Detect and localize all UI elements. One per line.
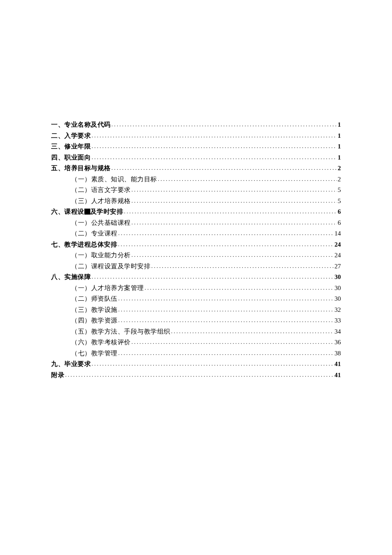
- toc-page-number: 1: [338, 119, 341, 131]
- toc-label: （一）人才培养方案管理: [71, 283, 144, 294]
- toc-page-number: 6: [338, 206, 341, 218]
- toc-leader-dots: ........................................…: [92, 359, 334, 369]
- toc-label: （一）素质、知识、能力目标: [71, 174, 157, 185]
- toc-entry: 七、教学进程总体安排..............................…: [51, 239, 341, 250]
- toc-label-text-pre: 六、课程设: [51, 208, 84, 215]
- toc-page-number: 24: [334, 250, 341, 261]
- toc-entry: （二）师资队伍.................................…: [51, 293, 341, 305]
- placeholder-square-icon: [84, 209, 90, 215]
- toc-leader-dots: ........................................…: [132, 337, 334, 347]
- toc-leader-dots: ........................................…: [132, 250, 334, 260]
- toc-page-number: 14: [334, 228, 341, 239]
- toc-leader-dots: ........................................…: [118, 305, 334, 314]
- toc-leader-dots: ........................................…: [118, 229, 334, 238]
- toc-page-number: 34: [334, 326, 341, 337]
- toc-label: （四）教学资源: [71, 315, 118, 326]
- toc-page-number: 2: [338, 174, 341, 185]
- toc-label: （二）语言文字要求: [71, 185, 131, 196]
- toc-leader-dots: ........................................…: [112, 120, 337, 129]
- toc-page-number: 38: [334, 348, 341, 359]
- toc-entry: （三）教学设施.................................…: [51, 305, 341, 316]
- toc-page-number: 30: [334, 272, 341, 283]
- toc-entry: （一）素质、知识、能力目标...........................…: [51, 174, 341, 185]
- toc-entry: （四）教学资源.................................…: [51, 315, 341, 326]
- toc-label: （七）教学管理: [71, 348, 118, 359]
- toc-entry: （六）教学考核评价...............................…: [51, 337, 341, 348]
- toc-entry: （一）取业能力分析...............................…: [51, 250, 341, 261]
- toc-page-number: 1: [338, 141, 341, 152]
- toc-label: （三）人才培养规格: [71, 196, 131, 207]
- toc-page-number: 36: [334, 337, 341, 348]
- toc-leader-dots: ........................................…: [92, 131, 337, 140]
- toc-label: （二）师资队伍: [71, 293, 118, 305]
- toc-entry: 二、入学要求..................................…: [51, 131, 341, 142]
- toc-entry: （一）人才培养方案管理.............................…: [51, 283, 341, 294]
- toc-page-number: 6: [338, 218, 341, 229]
- table-of-contents: 一、专业名称及代码...............................…: [51, 119, 341, 381]
- toc-entry: （二）专业课程.................................…: [51, 228, 341, 239]
- toc-page-number: 33: [334, 315, 341, 326]
- toc-page-number: 30: [334, 293, 341, 305]
- toc-leader-dots: ........................................…: [145, 283, 334, 293]
- toc-leader-dots: ........................................…: [171, 327, 334, 336]
- toc-entry: 附录......................................…: [51, 370, 341, 381]
- toc-entry: （七）教学管理.................................…: [51, 348, 341, 359]
- toc-label: （三）教学设施: [71, 305, 118, 316]
- toc-entry: 五、培养目标与规格...............................…: [51, 163, 341, 174]
- toc-page-number: 5: [338, 185, 341, 196]
- toc-entry: （五）教学方法、手段与教学组织.........................…: [51, 326, 341, 337]
- toc-entry: 六、课程设及学时安排..............................…: [51, 206, 341, 218]
- toc-page-number: 1: [338, 152, 341, 163]
- toc-page-number: 41: [334, 359, 341, 370]
- toc-leader-dots: ........................................…: [118, 316, 334, 325]
- toc-page-number: 2: [338, 163, 341, 174]
- toc-leader-dots: ........................................…: [118, 240, 334, 249]
- toc-page-number: 27: [334, 261, 341, 272]
- toc-page-number: 1: [338, 131, 341, 142]
- toc-leader-dots: ........................................…: [132, 196, 337, 206]
- toc-entry: （一）公共基础课程...............................…: [51, 218, 341, 229]
- toc-label-text-post: 及学时安排: [90, 208, 124, 215]
- toc-page-number: 30: [334, 283, 341, 294]
- toc-entry: 四、职业面向..................................…: [51, 152, 341, 163]
- toc-entry: （三）人才培养规格...............................…: [51, 196, 341, 207]
- toc-label: （六）教学考核评价: [71, 337, 131, 348]
- toc-leader-dots: ........................................…: [124, 207, 337, 216]
- toc-leader-dots: ........................................…: [158, 174, 337, 184]
- toc-label: （一）取业能力分析: [71, 250, 131, 261]
- toc-entry: （二）课程设置及学时安排............................…: [51, 261, 341, 272]
- toc-label: 七、教学进程总体安排: [51, 239, 117, 250]
- toc-leader-dots: ........................................…: [92, 142, 337, 151]
- toc-entry: 三、修业年限..................................…: [51, 141, 341, 152]
- toc-leader-dots: ........................................…: [118, 294, 334, 303]
- toc-entry: 八、实施保障..................................…: [51, 272, 341, 283]
- toc-label: 一、专业名称及代码: [51, 119, 111, 131]
- toc-leader-dots: ........................................…: [132, 185, 337, 195]
- toc-leader-dots: ........................................…: [65, 370, 334, 380]
- toc-label: 六、课程设及学时安排: [51, 206, 123, 218]
- toc-label: 九、毕业要求: [51, 359, 91, 370]
- toc-label: （五）教学方法、手段与教学组织: [71, 326, 170, 337]
- toc-leader-dots: ........................................…: [112, 163, 337, 173]
- toc-entry: 九、毕业要求..................................…: [51, 359, 341, 370]
- toc-label: 三、修业年限: [51, 141, 91, 152]
- toc-page-number: 32: [334, 305, 341, 316]
- toc-label: 八、实施保障: [51, 272, 91, 283]
- toc-label: （二）课程设置及学时安排: [71, 261, 150, 272]
- toc-label: 附录: [51, 370, 64, 381]
- toc-label: （二）专业课程: [71, 228, 118, 239]
- toc-label: 五、培养目标与规格: [51, 163, 111, 174]
- toc-leader-dots: ........................................…: [92, 272, 334, 282]
- toc-page-number: 41: [334, 370, 341, 381]
- toc-label: 二、入学要求: [51, 131, 91, 142]
- toc-entry: 一、专业名称及代码...............................…: [51, 119, 341, 131]
- toc-entry: （二）语言文字要求...............................…: [51, 185, 341, 196]
- toc-page-number: 5: [338, 196, 341, 207]
- toc-leader-dots: ........................................…: [132, 218, 337, 227]
- toc-leader-dots: ........................................…: [151, 262, 334, 271]
- toc-page-number: 24: [334, 239, 341, 250]
- toc-leader-dots: ........................................…: [118, 349, 334, 358]
- toc-label: （一）公共基础课程: [71, 218, 131, 229]
- toc-label: 四、职业面向: [51, 152, 91, 163]
- toc-leader-dots: ........................................…: [92, 153, 337, 162]
